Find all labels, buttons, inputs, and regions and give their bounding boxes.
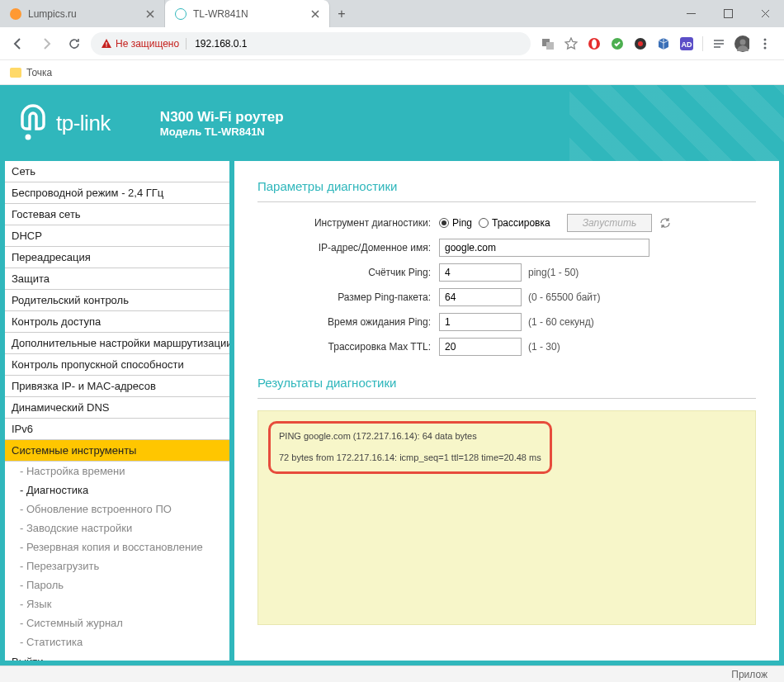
back-button[interactable]: [7, 32, 30, 55]
sidebar-sub[interactable]: - Системный журнал: [5, 613, 229, 632]
size-label: Размер Ping-пакета:: [257, 291, 439, 303]
start-button[interactable]: Запустить: [567, 214, 653, 232]
sidebar-item[interactable]: Контроль пропускной способности: [5, 354, 229, 376]
bookmark-bar: Точка: [0, 60, 784, 85]
brand-text: tp-link: [56, 111, 111, 136]
svg-point-7: [592, 39, 597, 48]
router-header: tp-link N300 Wi-Fi роутер Модель TL-WR84…: [0, 85, 784, 161]
content-area[interactable]: Параметры диагностики Инструмент диагнос…: [234, 161, 779, 661]
window-close-button[interactable]: [747, 0, 784, 27]
browser-tab-2[interactable]: TL-WR841N: [165, 0, 330, 27]
maximize-button[interactable]: [710, 0, 747, 27]
ttl-input[interactable]: [439, 338, 522, 356]
timeout-label: Время ожидания Ping:: [257, 316, 439, 328]
sidebar-item[interactable]: IPv6: [5, 419, 229, 440]
menu-button[interactable]: [758, 36, 772, 51]
sidebar-sub[interactable]: - Настройка времени: [5, 462, 229, 481]
check-icon[interactable]: [610, 36, 625, 51]
sidebar-sub[interactable]: - Перезагрузить: [5, 556, 229, 575]
badge-icon[interactable]: [633, 36, 648, 51]
browser-tab-1[interactable]: Lumpics.ru: [0, 0, 165, 27]
sidebar-sub-diagnostics[interactable]: - Диагностика: [5, 481, 229, 500]
forward-button[interactable]: [35, 32, 58, 55]
svg-text:AD: AD: [682, 40, 692, 49]
size-input[interactable]: [439, 288, 522, 306]
sidebar-item[interactable]: Переадресация: [5, 247, 229, 268]
favicon-icon: [10, 8, 21, 20]
opera-icon[interactable]: [587, 36, 602, 51]
sidebar-item[interactable]: Привязка IP- и MAC-адресов: [5, 376, 229, 397]
reload-button[interactable]: [63, 32, 86, 55]
svg-point-18: [26, 135, 31, 140]
tab-title: TL-WR841N: [193, 8, 248, 20]
ttl-hint: (1 - 30): [528, 341, 560, 353]
svg-point-15: [764, 38, 767, 40]
sidebar-item[interactable]: DHCP: [5, 225, 229, 247]
sidebar-item[interactable]: Сеть: [5, 161, 229, 182]
tab-title: Lumpics.ru: [28, 8, 77, 20]
titlebar: Lumpics.ru TL-WR841N +: [0, 0, 784, 27]
svg-rect-5: [546, 42, 554, 50]
avatar[interactable]: [734, 36, 749, 51]
radio-trace[interactable]: Трассировка: [479, 217, 550, 229]
count-hint: ping(1 - 50): [528, 267, 579, 278]
svg-point-17: [764, 46, 767, 49]
sidebar-item[interactable]: Защита: [5, 268, 229, 290]
svg-rect-2: [106, 42, 106, 45]
section-heading-results: Результаты диагностики: [257, 371, 756, 399]
sidebar-sub[interactable]: - Статистика: [5, 632, 229, 651]
result-line: 72 bytes from 172.217.16.14: icmp_seq=1 …: [279, 450, 541, 467]
sidebar-sub[interactable]: - Обновление встроенного ПО: [5, 500, 229, 519]
bookmark-label: Точка: [26, 67, 52, 78]
security-text: Не защищено: [116, 38, 179, 50]
favicon-icon: [175, 8, 187, 20]
result-line: PING google.com (172.217.16.14): 64 data…: [279, 429, 541, 445]
sidebar-item-system-tools[interactable]: Системные инструменты: [5, 440, 229, 462]
count-label: Счётчик Ping:: [257, 267, 439, 278]
sidebar-logout[interactable]: Выйти: [5, 651, 229, 661]
results-box: PING google.com (172.217.16.14): 64 data…: [257, 410, 756, 625]
ttl-label: Трассировка Max TTL:: [257, 341, 439, 353]
size-hint: (0 - 65500 байт): [528, 291, 601, 303]
bookmark-item[interactable]: Точка: [10, 67, 52, 78]
sidebar-sub[interactable]: - Пароль: [5, 575, 229, 594]
svg-rect-1: [725, 10, 733, 18]
refresh-icon[interactable]: [659, 216, 672, 230]
sidebar-sub[interactable]: - Резервная копия и восстановление: [5, 538, 229, 556]
result-highlight: PING google.com (172.217.16.14): 64 data…: [268, 421, 552, 474]
star-icon[interactable]: [564, 36, 579, 51]
ip-input[interactable]: [439, 239, 649, 257]
cube-icon[interactable]: [656, 36, 671, 51]
ad-icon[interactable]: AD: [679, 36, 694, 51]
radio-ping-label: Ping: [452, 217, 472, 229]
sidebar-item[interactable]: Родительский контроль: [5, 290, 229, 311]
sidebar-item[interactable]: Дополнительные настройки маршрутизации: [5, 333, 229, 354]
radio-ping[interactable]: Ping: [439, 217, 472, 229]
svg-rect-3: [106, 45, 106, 46]
sidebar-sub[interactable]: - Язык: [5, 594, 229, 613]
sidebar-item[interactable]: Беспроводной режим - 2,4 ГГц: [5, 182, 229, 204]
sidebar-sub[interactable]: - Заводские настройки: [5, 519, 229, 538]
list-icon[interactable]: [711, 36, 726, 51]
header-model: Модель TL-WR841N: [160, 126, 284, 138]
close-icon[interactable]: [311, 10, 319, 18]
bottom-text: Прилож: [731, 669, 767, 680]
close-icon[interactable]: [146, 10, 154, 18]
count-input[interactable]: [439, 263, 522, 282]
minimize-button[interactable]: [673, 0, 710, 27]
sidebar-item[interactable]: Динамический DNS: [5, 397, 229, 419]
timeout-hint: (1 - 60 секунд): [528, 316, 594, 328]
tool-label: Инструмент диагностики:: [257, 217, 439, 229]
security-warning: Не защищено: [101, 38, 179, 50]
timeout-input[interactable]: [439, 313, 522, 331]
svg-rect-0: [687, 13, 696, 14]
translate-icon[interactable]: [541, 36, 555, 51]
sidebar[interactable]: Сеть Беспроводной режим - 2,4 ГГц Гостев…: [5, 161, 229, 661]
svg-point-14: [740, 39, 746, 45]
sidebar-item[interactable]: Контроль доступа: [5, 311, 229, 333]
new-tab-button[interactable]: +: [330, 0, 353, 27]
bottom-strip: Прилож: [0, 665, 784, 682]
address-input[interactable]: Не защищено 192.168.0.1: [91, 32, 531, 55]
sidebar-item[interactable]: Гостевая сеть: [5, 204, 229, 225]
address-bar: Не защищено 192.168.0.1 AD: [0, 27, 784, 60]
